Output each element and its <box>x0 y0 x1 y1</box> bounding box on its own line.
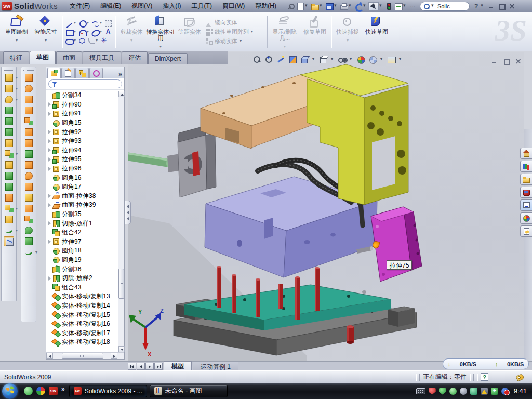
revolved-surface-icon[interactable] <box>23 84 34 94</box>
tray-warning-icon[interactable] <box>481 388 488 395</box>
boundary-surface-icon[interactable] <box>23 105 34 115</box>
tray-update-icon[interactable] <box>501 388 509 395</box>
tree-item[interactable]: 拉伸90 <box>47 100 124 110</box>
menu-edit[interactable]: 编辑(E) <box>96 1 126 11</box>
instant3d-icon[interactable] <box>4 236 14 246</box>
select-tool-icon[interactable] <box>368 2 379 10</box>
display-style-dropdown[interactable] <box>331 55 335 64</box>
first-tab-button[interactable] <box>128 363 136 370</box>
convert-entities-button[interactable]: 转换实体引用 <box>146 14 175 50</box>
tree-item[interactable]: 圆角16 <box>47 173 124 182</box>
rectangle-dropdown[interactable] <box>74 28 77 36</box>
options-dropdown[interactable] <box>403 2 408 10</box>
undo-dropdown[interactable] <box>363 2 368 10</box>
graphics-viewport[interactable]: Y Z X 拉伸75 <box>128 52 524 361</box>
save-dropdown[interactable] <box>334 2 339 10</box>
3d-model-canvas[interactable]: Y Z X <box>128 52 524 361</box>
search-dropdown[interactable] <box>431 2 436 10</box>
help-button[interactable]: ? <box>472 3 480 10</box>
rapid-snaps-button[interactable]: 快速捕捉 <box>333 14 362 50</box>
keyboard-layout-icon[interactable] <box>416 388 425 394</box>
replace-face-icon[interactable] <box>23 204 34 214</box>
fillet-icon[interactable]: ▾ <box>4 95 14 104</box>
tree-item[interactable]: 圆角15 <box>47 118 124 128</box>
featuremanager-tree-tab[interactable] <box>47 68 61 78</box>
line-dropdown[interactable] <box>74 19 77 27</box>
mirror-feature-icon[interactable] <box>4 171 14 181</box>
offset-surface-icon[interactable] <box>23 215 34 224</box>
file-explorer-tab[interactable] <box>520 174 532 185</box>
point-tool-icon[interactable]: ✳ <box>100 37 108 45</box>
expand-arrow-icon[interactable] <box>47 157 52 162</box>
tree-item[interactable]: 圆角17 <box>47 182 124 192</box>
guide-rod-part[interactable] <box>128 152 181 172</box>
tree-item[interactable]: 拉伸92 <box>47 127 124 137</box>
menu-help[interactable]: 帮助(H) <box>250 1 281 11</box>
apply-scene-dropdown[interactable] <box>380 55 384 64</box>
tree-item[interactable]: 分割35 <box>47 210 124 219</box>
quicklaunch-overflow-chevron[interactable]: » <box>61 385 65 393</box>
tray-shield-icon[interactable] <box>439 388 446 395</box>
panel-overflow-chevron[interactable]: » <box>118 71 124 78</box>
mirror-entities-button[interactable]: 镜向实体 <box>205 19 265 26</box>
last-tab-button[interactable] <box>154 363 163 370</box>
sketch-fillet-dropdown[interactable] <box>96 37 99 45</box>
scroll-up-button[interactable] <box>118 91 125 97</box>
tree-item[interactable]: 切除-放样1 <box>47 219 124 228</box>
toolbar-overflow[interactable]: ⋯ <box>408 2 417 10</box>
sketch-button[interactable]: 草图绘制 <box>2 14 31 50</box>
scroll-down-button[interactable] <box>118 346 125 352</box>
next-tab-button[interactable] <box>145 363 154 370</box>
scroll-right-button[interactable] <box>111 353 117 359</box>
arc-tool-icon[interactable] <box>78 28 86 36</box>
circle-tool-icon[interactable] <box>78 19 86 27</box>
tree-item[interactable]: 曲面-拉伸38 <box>47 192 124 201</box>
menu-tools[interactable]: 工具(T) <box>187 1 217 11</box>
rectangle-tool-icon[interactable] <box>65 28 73 36</box>
view-settings-dropdown[interactable] <box>399 55 403 64</box>
slot-dropdown[interactable] <box>74 37 77 45</box>
shell-icon[interactable] <box>4 116 14 126</box>
tree-item[interactable]: 实体-移动/复制18 <box>47 338 124 347</box>
taskbar-button-paint[interactable]: 未命名 - 画图 <box>150 385 228 397</box>
tree-item[interactable]: 实体-移动/复制15 <box>47 310 124 320</box>
new-file-dropdown[interactable] <box>305 2 310 10</box>
model-tab[interactable]: 模型 <box>164 361 192 370</box>
thicken-icon[interactable] <box>23 160 34 170</box>
smart-dimension-button[interactable]: 智能尺寸 <box>31 14 60 50</box>
view-palette-tab[interactable] <box>520 200 532 211</box>
tree-item[interactable]: 拉伸94 <box>47 146 124 155</box>
filled-surface-icon[interactable] <box>23 116 34 126</box>
tree-item[interactable]: 组合42 <box>47 228 124 237</box>
red-post-part[interactable] <box>347 325 354 344</box>
reference-geometry-icon[interactable] <box>4 215 14 224</box>
help-dropdown[interactable] <box>481 2 485 10</box>
hole-wizard-icon[interactable] <box>4 138 14 148</box>
slot-tool-icon[interactable] <box>65 37 73 45</box>
spline-dropdown[interactable] <box>100 19 103 27</box>
open-file-dropdown[interactable] <box>320 2 324 10</box>
tab-features[interactable]: 特征 <box>3 51 29 64</box>
view-orientation-icon[interactable] <box>300 55 310 64</box>
linear-sketch-pattern-button[interactable]: 线性草图阵列 <box>205 28 265 36</box>
tree-horizontal-scrollbar[interactable] <box>46 352 124 359</box>
extend-surface-icon[interactable] <box>23 138 34 148</box>
convert-dropdown[interactable] <box>159 42 162 46</box>
close-button[interactable] <box>508 2 516 10</box>
chamfer-icon[interactable] <box>4 105 14 115</box>
messenger-quicklaunch-icon[interactable] <box>24 387 33 395</box>
quick-tips-icon[interactable]: ? <box>481 373 488 381</box>
rebuild-icon[interactable] <box>384 2 393 10</box>
tray-volume-icon[interactable] <box>460 388 467 395</box>
restore-button[interactable] <box>497 2 506 10</box>
undo-icon[interactable] <box>354 2 363 10</box>
scroll-left-button[interactable] <box>46 353 53 359</box>
tray-health-icon[interactable] <box>491 388 498 395</box>
doc-restore-button[interactable] <box>502 57 511 64</box>
combine-icon[interactable] <box>4 182 14 192</box>
move-copy-body-icon[interactable] <box>4 193 14 203</box>
previous-tab-button[interactable] <box>137 363 145 370</box>
tree-filter-input[interactable] <box>48 79 122 88</box>
design-library-tab[interactable] <box>520 161 532 172</box>
menu-view[interactable]: 视图(V) <box>127 1 157 11</box>
